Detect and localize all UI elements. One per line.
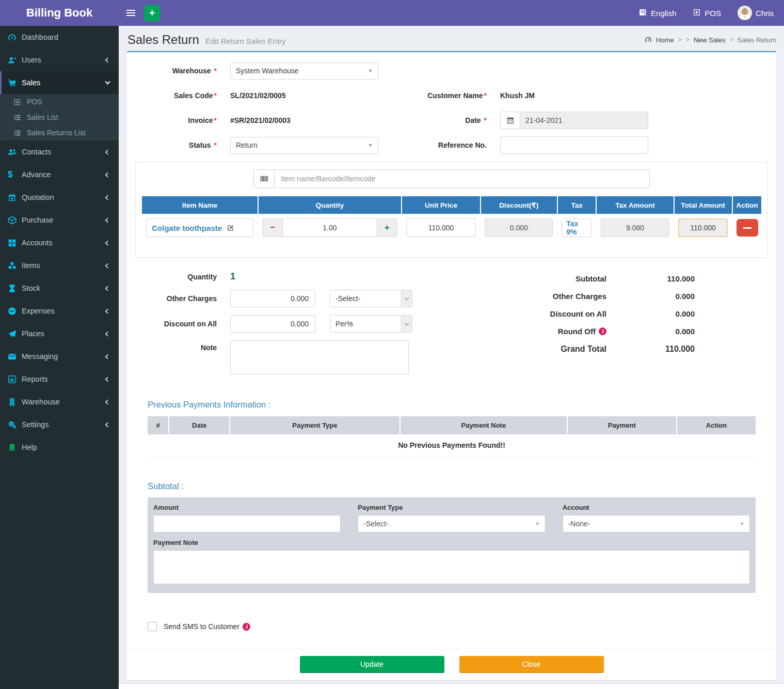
sidebar-item-label: POS [27,98,42,106]
sidebar-item-messaging[interactable]: Messaging [0,345,119,368]
item-name-cell: Colgate toothpaste [146,218,253,237]
sidebar-item-places[interactable]: Places [0,322,119,345]
sidebar-item-label: Help [22,443,37,451]
remove-item-button[interactable] [737,219,758,237]
info-icon[interactable]: i [599,327,606,335]
edit-icon[interactable] [227,224,234,232]
other-charges-total-value: 0.000 [606,292,695,301]
info-icon[interactable]: i [243,623,250,631]
chevron-left-icon [105,308,110,314]
sidebar-item-purchase[interactable]: Purchase [0,209,119,231]
breadcrumb-separator: > [678,36,682,43]
discount-on-all-field[interactable] [230,315,315,333]
payment-note-textarea[interactable] [153,550,750,584]
calendar-icon[interactable] [500,112,520,129]
sidebar-item-label: Sales [22,79,40,87]
sidebar-item-expenses[interactable]: Expenses [0,300,119,322]
language-menu[interactable]: English [639,8,676,18]
dollar-icon: $ [8,169,22,180]
sidebar-item-label: Settings [22,420,49,429]
barcode-icon [253,169,274,188]
sidebar-item-sales-list[interactable]: Sales List [0,109,119,125]
sidebar-item-users[interactable]: Users [0,49,119,71]
sidebar-item-label: Quotation [22,193,54,201]
subtotal-label: Subtotal [575,274,606,283]
grand-total-value: 110.000 [606,344,695,354]
chevron-left-icon [105,399,110,404]
user-plus-icon [8,56,22,65]
sidebar-item-dashboard[interactable]: Dashboard [0,26,119,49]
quick-add-button[interactable]: + [144,5,160,21]
sidebar-item-accounts[interactable]: Accounts [0,231,119,254]
unit-price-field[interactable] [406,218,476,237]
warehouse-select[interactable]: System Warehouse ▼ [230,62,378,80]
invoice-label: Invoice* [132,116,230,124]
pay-col-date: Date [169,416,230,434]
tax-amount-field [601,218,669,237]
breadcrumb-new-sales[interactable]: New Sales [694,36,726,44]
sidebar-item-label: Advance [22,170,51,179]
language-icon [639,8,647,18]
sidebar-item-contacts[interactable]: Contacts [0,140,119,163]
sidebar-item-settings[interactable]: Settings [0,413,119,436]
app-logo[interactable]: Billing Book [0,0,119,26]
payment-type-label: Payment Type [358,504,545,511]
sidebar-toggle-icon[interactable] [119,0,142,26]
subtotal-value: 110.000 [606,274,695,283]
user-menu[interactable]: Chris [738,6,774,20]
amount-field[interactable] [153,515,341,533]
send-sms-label: Send SMS to Customer i [164,622,250,631]
status-select[interactable]: Return ▼ [230,137,378,154]
pay-col-number: # [148,416,169,434]
sidebar-item-pos[interactable]: POS [0,94,119,109]
sidebar-item-sales[interactable]: Sales [0,71,119,94]
account-select[interactable]: -None- ▼ [563,515,750,533]
pos-shortcut[interactable]: POS [693,8,721,18]
quantity-decrease-button[interactable]: − [262,218,283,237]
quantity-increase-button[interactable]: + [377,218,397,237]
quantity-total-value: 1 [230,271,235,282]
item-search-input[interactable] [274,169,650,188]
sidebar-item-stock[interactable]: Stock [0,277,119,300]
chevron-left-icon [105,263,110,268]
note-textarea[interactable] [230,340,409,374]
sidebar-item-label: Sales List [27,113,58,121]
select-arrow-icon [401,290,412,307]
sidebar-item-items[interactable]: Items [0,254,119,277]
cart-icon [8,79,22,87]
pos-label: POS [705,9,721,18]
quantity-field[interactable] [283,218,377,237]
payment-type-select[interactable]: -Select- ▼ [358,515,545,533]
sidebar-item-reports[interactable]: Reports [0,368,119,390]
book-icon [8,443,22,452]
other-charges-field[interactable] [230,290,315,307]
sidebar-item-advance[interactable]: $ Advance [0,163,119,186]
sidebar: Dashboard Users Sales POS Sales List Sal… [0,26,119,689]
page-subtitle: Edit Return Sales Entry [205,37,286,45]
discount-type-select[interactable]: Per% [330,315,412,333]
content-header: Sales Return Edit Return Sales Entry Hom… [119,26,784,51]
tax-link[interactable]: Tax 9% [562,218,592,237]
payment-entry-panel: Amount Payment Type -Select- ▼ Account [148,497,756,593]
pay-col-note: Payment Note [400,416,567,434]
chevron-left-icon [105,354,110,359]
sidebar-item-quotation[interactable]: Quotation [0,186,119,209]
sidebar-item-sales-returns-list[interactable]: Sales Returns List [0,125,119,140]
items-table: Item Name Quantity Unit Price Discount(₹… [142,196,761,242]
breadcrumb-home[interactable]: Home [656,36,674,44]
cube-icon [8,216,22,225]
close-button[interactable]: Close [459,656,604,672]
sidebar-item-label: Messaging [22,352,58,361]
update-button[interactable]: Update [300,656,444,672]
sidebar-item-help[interactable]: Help [0,436,119,459]
sidebar-item-label: Places [22,330,44,338]
grid-icon [8,239,22,247]
send-sms-checkbox[interactable] [148,622,157,631]
chevron-left-icon [105,377,110,382]
sidebar-item-warehouse[interactable]: Warehouse [0,390,119,413]
reference-no-field[interactable] [500,136,648,154]
bar-chart-icon [8,375,22,384]
other-charges-select[interactable]: -Select- [330,290,412,307]
item-name-link[interactable]: Colgate toothpaste [152,224,222,232]
date-field[interactable] [520,112,648,129]
